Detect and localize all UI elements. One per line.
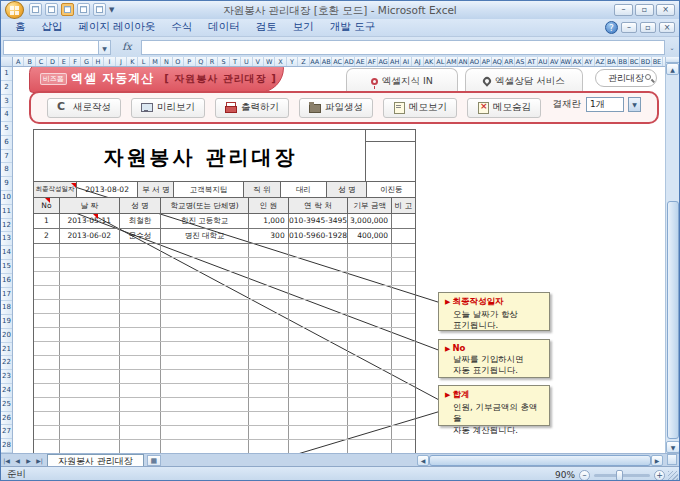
- row-header[interactable]: 22: [1, 356, 12, 370]
- column-header[interactable]: AC: [332, 57, 343, 66]
- ribbon-tab[interactable]: 개발 도구: [322, 18, 383, 36]
- column-header[interactable]: AO: [469, 57, 480, 66]
- row-header[interactable]: 27: [1, 425, 12, 439]
- info-value-position[interactable]: 대리: [281, 182, 328, 197]
- vertical-scroll-thumb[interactable]: [667, 201, 679, 439]
- row-header[interactable]: 11: [1, 205, 12, 219]
- row-header[interactable]: 9: [1, 177, 12, 191]
- ledger-cell[interactable]: 최철한: [120, 214, 162, 228]
- expand-formula-bar-icon[interactable]: ⌄: [667, 40, 677, 55]
- column-header[interactable]: AV: [549, 57, 560, 66]
- scroll-right-icon[interactable]: ▶: [651, 455, 663, 466]
- column-header[interactable]: BE: [652, 57, 663, 66]
- create-file-button[interactable]: 파일생성: [299, 98, 373, 118]
- horizontal-split-handle[interactable]: [667, 454, 677, 465]
- ribbon-tab[interactable]: 삽입: [34, 18, 71, 36]
- scroll-down-icon[interactable]: ▼: [666, 441, 680, 453]
- column-header[interactable]: J: [116, 57, 127, 66]
- row-header[interactable]: 6: [1, 136, 12, 150]
- row-header[interactable]: 15: [1, 260, 12, 274]
- row-header[interactable]: 21: [1, 343, 12, 357]
- column-header[interactable]: AU: [538, 57, 549, 66]
- column-header[interactable]: Z: [298, 57, 309, 66]
- row-header[interactable]: 13: [1, 232, 12, 246]
- print-button[interactable]: 출력하기: [215, 98, 289, 118]
- ledger-cell[interactable]: 3,000,000: [348, 214, 392, 228]
- row-header[interactable]: 10: [1, 191, 12, 205]
- workbook-close-button[interactable]: ×: [659, 22, 675, 33]
- column-header[interactable]: A: [13, 57, 24, 66]
- column-header[interactable]: AQ: [492, 57, 503, 66]
- column-header[interactable]: AB: [321, 57, 332, 66]
- column-header[interactable]: C: [36, 57, 47, 66]
- last-sheet-icon[interactable]: ▶|: [34, 455, 45, 466]
- scroll-left-icon[interactable]: ◀: [417, 455, 429, 466]
- column-header[interactable]: D: [47, 57, 58, 66]
- horizontal-scrollbar[interactable]: ◀ ▶: [417, 454, 667, 466]
- column-header[interactable]: AZ: [595, 57, 606, 66]
- row-header[interactable]: 20: [1, 329, 12, 343]
- column-header[interactable]: AF: [367, 57, 378, 66]
- ledger-cell[interactable]: 1: [34, 214, 60, 228]
- zoom-slider-thumb[interactable]: [616, 470, 623, 481]
- row-header[interactable]: 23: [1, 370, 12, 384]
- column-header[interactable]: AJ: [412, 57, 423, 66]
- column-header[interactable]: AX: [572, 57, 583, 66]
- column-header[interactable]: E: [59, 57, 70, 66]
- ledger-cell[interactable]: 2013-06-02: [60, 229, 120, 243]
- ribbon-tab[interactable]: 홈: [7, 18, 34, 36]
- column-header[interactable]: N: [161, 57, 172, 66]
- row-header[interactable]: 7: [1, 150, 12, 164]
- new-document-button[interactable]: 새로작성: [47, 98, 121, 118]
- row-header[interactable]: 25: [1, 398, 12, 412]
- approval-count-select[interactable]: 1개: [586, 97, 624, 112]
- column-header[interactable]: AS: [515, 57, 526, 66]
- ledger-cell[interactable]: 한진 고등학교: [161, 214, 249, 228]
- column-header[interactable]: AE: [355, 57, 366, 66]
- name-box[interactable]: [3, 40, 99, 55]
- ledger-cell[interactable]: 400,000: [348, 229, 392, 243]
- row-header[interactable]: 26: [1, 412, 12, 426]
- close-button[interactable]: ×: [656, 4, 675, 16]
- select-dropdown-icon[interactable]: ▼: [628, 97, 641, 112]
- column-header[interactable]: AH: [389, 57, 400, 66]
- column-header[interactable]: BB: [618, 57, 629, 66]
- column-header[interactable]: AL: [435, 57, 446, 66]
- ledger-cell[interactable]: 300: [249, 229, 289, 243]
- sheet-tab-active[interactable]: 자원봉사 관리대장: [47, 454, 144, 467]
- select-all-corner[interactable]: [1, 57, 13, 67]
- column-header[interactable]: Y: [287, 57, 298, 66]
- tab-excel-knowledge[interactable]: 엑셀지식 IN: [346, 68, 458, 93]
- column-header[interactable]: AP: [481, 57, 492, 66]
- ribbon-tab[interactable]: 수식: [163, 18, 200, 36]
- search-icon[interactable]: [645, 74, 651, 80]
- column-header[interactable]: V: [253, 57, 264, 66]
- column-header[interactable]: BA: [606, 57, 617, 66]
- vertical-scrollbar[interactable]: ▲ ▼: [665, 57, 679, 453]
- ledger-cell[interactable]: 문수성: [120, 229, 162, 243]
- zoom-out-icon[interactable]: –: [579, 470, 590, 481]
- zoom-slider[interactable]: [594, 474, 650, 477]
- row-header[interactable]: 3: [1, 95, 12, 109]
- ledger-cell[interactable]: [392, 229, 415, 243]
- column-header[interactable]: B: [24, 57, 35, 66]
- row-header[interactable]: 19: [1, 315, 12, 329]
- column-header[interactable]: AR: [503, 57, 514, 66]
- row-header[interactable]: 2: [1, 81, 12, 95]
- column-header[interactable]: W: [264, 57, 275, 66]
- help-icon[interactable]: ?: [605, 21, 618, 34]
- column-header[interactable]: AA: [310, 57, 321, 66]
- row-header[interactable]: 18: [1, 301, 12, 315]
- name-box-dropdown-icon[interactable]: ▼: [99, 40, 111, 55]
- ribbon-tab[interactable]: 페이지 레이아웃: [71, 18, 164, 36]
- info-value-date[interactable]: 2013-08-02: [77, 182, 139, 197]
- horizontal-scroll-thumb[interactable]: [429, 455, 651, 466]
- ledger-cell[interactable]: 010-3945-3495: [289, 214, 349, 228]
- scroll-up-icon[interactable]: ▲: [666, 63, 679, 75]
- row-header[interactable]: 1: [1, 67, 12, 81]
- preview-button[interactable]: 미리보기: [131, 98, 205, 118]
- column-header[interactable]: AW: [561, 57, 572, 66]
- row-header[interactable]: 24: [1, 384, 12, 398]
- column-header[interactable]: U: [241, 57, 252, 66]
- ledger-cell[interactable]: 명진 대학교: [161, 229, 249, 243]
